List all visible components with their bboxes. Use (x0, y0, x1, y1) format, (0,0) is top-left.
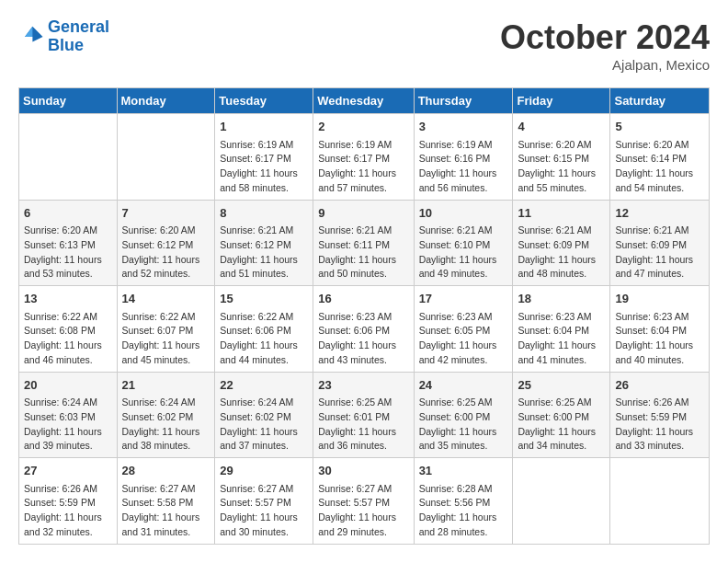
svg-marker-1 (25, 27, 32, 37)
weekday-header: Tuesday (215, 88, 313, 114)
daylight: Daylight: 11 hours and 33 minutes. (615, 426, 693, 452)
sunrise: Sunrise: 6:23 AM (518, 311, 591, 322)
daylight: Daylight: 11 hours and 29 minutes. (318, 511, 396, 537)
calendar-week-row: 27Sunrise: 6:26 AMSunset: 5:59 PMDayligh… (19, 458, 710, 545)
sunrise: Sunrise: 6:20 AM (518, 139, 591, 150)
location: Ajalpan, Mexico (500, 57, 710, 73)
daylight: Daylight: 11 hours and 45 minutes. (122, 339, 200, 365)
calendar-day-cell: 29Sunrise: 6:27 AMSunset: 5:57 PMDayligh… (215, 458, 313, 545)
sunset: Sunset: 6:03 PM (24, 411, 96, 422)
sunset: Sunset: 6:11 PM (318, 239, 390, 250)
month-title: October 2024 (500, 18, 710, 57)
day-number: 3 (419, 118, 508, 136)
day-number: 15 (220, 290, 308, 308)
daylight: Daylight: 11 hours and 30 minutes. (220, 511, 298, 537)
calendar-week-row: 13Sunrise: 6:22 AMSunset: 6:08 PMDayligh… (19, 286, 710, 373)
sunset: Sunset: 6:14 PM (615, 153, 687, 164)
sunset: Sunset: 6:13 PM (24, 239, 96, 250)
sunrise: Sunrise: 6:19 AM (220, 139, 293, 150)
sunrise: Sunrise: 6:21 AM (419, 224, 493, 236)
calendar-day-cell (117, 114, 215, 201)
day-number: 2 (318, 118, 408, 136)
day-number: 28 (122, 462, 210, 480)
sunset: Sunset: 6:17 PM (220, 153, 291, 164)
sunrise: Sunrise: 6:19 AM (318, 139, 392, 150)
sunset: Sunset: 6:10 PM (419, 239, 491, 250)
calendar-table: SundayMondayTuesdayWednesdayThursdayFrid… (18, 87, 710, 545)
daylight: Daylight: 11 hours and 42 minutes. (419, 339, 497, 365)
day-number: 4 (518, 118, 605, 136)
calendar-week-row: 20Sunrise: 6:24 AMSunset: 6:03 PMDayligh… (19, 372, 710, 458)
sunrise: Sunrise: 6:26 AM (24, 483, 97, 494)
calendar-day-cell: 14Sunrise: 6:22 AMSunset: 6:07 PMDayligh… (117, 286, 215, 373)
sunset: Sunset: 6:06 PM (220, 325, 291, 336)
title-block: October 2024 Ajalpan, Mexico (500, 18, 710, 73)
calendar-day-cell: 11Sunrise: 6:21 AMSunset: 6:09 PMDayligh… (513, 200, 610, 286)
sunrise: Sunrise: 6:23 AM (318, 311, 392, 322)
day-number: 29 (220, 462, 308, 480)
day-number: 10 (419, 204, 508, 223)
calendar-day-cell: 27Sunrise: 6:26 AMSunset: 5:59 PMDayligh… (19, 458, 118, 545)
daylight: Daylight: 11 hours and 39 minutes. (24, 426, 102, 452)
day-number: 5 (615, 118, 704, 136)
calendar-day-cell: 8Sunrise: 6:21 AMSunset: 6:12 PMDaylight… (215, 200, 313, 286)
calendar-day-cell: 6Sunrise: 6:20 AMSunset: 6:13 PMDaylight… (19, 200, 118, 286)
daylight: Daylight: 11 hours and 53 minutes. (24, 254, 102, 280)
sunset: Sunset: 6:02 PM (122, 411, 194, 422)
sunrise: Sunrise: 6:20 AM (24, 224, 97, 236)
logo-text: General Blue (48, 18, 109, 55)
daylight: Daylight: 11 hours and 41 minutes. (518, 339, 596, 365)
day-number: 9 (318, 204, 408, 223)
daylight: Daylight: 11 hours and 54 minutes. (615, 167, 693, 193)
sunrise: Sunrise: 6:21 AM (220, 224, 293, 236)
sunrise: Sunrise: 6:22 AM (220, 311, 293, 322)
sunrise: Sunrise: 6:25 AM (419, 396, 493, 408)
calendar-day-cell: 24Sunrise: 6:25 AMSunset: 6:00 PMDayligh… (414, 372, 513, 458)
daylight: Daylight: 11 hours and 47 minutes. (615, 254, 693, 280)
sunset: Sunset: 6:08 PM (24, 325, 96, 336)
calendar-day-cell (513, 458, 610, 545)
sunset: Sunset: 6:00 PM (419, 411, 491, 422)
sunrise: Sunrise: 6:26 AM (615, 396, 688, 408)
logo-icon (18, 24, 44, 50)
calendar-day-cell: 3Sunrise: 6:19 AMSunset: 6:16 PMDaylight… (414, 114, 513, 201)
weekday-header: Monday (117, 88, 215, 114)
sunset: Sunset: 6:16 PM (419, 153, 491, 164)
calendar-day-cell: 10Sunrise: 6:21 AMSunset: 6:10 PMDayligh… (414, 200, 513, 286)
calendar-day-cell: 4Sunrise: 6:20 AMSunset: 6:15 PMDaylight… (513, 114, 610, 201)
sunrise: Sunrise: 6:24 AM (122, 396, 196, 408)
day-number: 1 (220, 118, 308, 136)
daylight: Daylight: 11 hours and 57 minutes. (318, 167, 396, 193)
sunrise: Sunrise: 6:25 AM (518, 396, 591, 408)
day-number: 19 (615, 290, 704, 308)
weekday-header: Friday (513, 88, 610, 114)
calendar-day-cell: 21Sunrise: 6:24 AMSunset: 6:02 PMDayligh… (117, 372, 215, 458)
calendar-day-cell: 16Sunrise: 6:23 AMSunset: 6:06 PMDayligh… (313, 286, 414, 373)
daylight: Daylight: 11 hours and 28 minutes. (419, 511, 497, 537)
daylight: Daylight: 11 hours and 35 minutes. (419, 426, 497, 452)
daylight: Daylight: 11 hours and 58 minutes. (220, 167, 298, 193)
sunset: Sunset: 5:58 PM (122, 497, 194, 508)
weekday-header: Sunday (19, 88, 118, 114)
daylight: Daylight: 11 hours and 31 minutes. (122, 511, 200, 537)
sunrise: Sunrise: 6:24 AM (220, 396, 293, 408)
calendar-day-cell (19, 114, 118, 201)
day-number: 14 (122, 290, 210, 308)
sunset: Sunset: 5:57 PM (318, 497, 390, 508)
sunset: Sunset: 6:09 PM (518, 239, 589, 250)
sunset: Sunset: 6:00 PM (518, 411, 589, 422)
calendar-day-cell: 5Sunrise: 6:20 AMSunset: 6:14 PMDaylight… (610, 114, 710, 201)
day-number: 17 (419, 290, 508, 308)
sunrise: Sunrise: 6:21 AM (615, 224, 688, 236)
calendar-day-cell: 15Sunrise: 6:22 AMSunset: 6:06 PMDayligh… (215, 286, 313, 373)
sunset: Sunset: 5:59 PM (24, 497, 96, 508)
sunrise: Sunrise: 6:24 AM (24, 396, 97, 408)
sunset: Sunset: 6:15 PM (518, 153, 589, 164)
calendar-day-cell: 25Sunrise: 6:25 AMSunset: 6:00 PMDayligh… (513, 372, 610, 458)
sunset: Sunset: 6:12 PM (122, 239, 194, 250)
calendar-day-cell: 12Sunrise: 6:21 AMSunset: 6:09 PMDayligh… (610, 200, 710, 286)
sunrise: Sunrise: 6:23 AM (419, 311, 493, 322)
weekday-header: Wednesday (313, 88, 414, 114)
calendar-day-cell: 30Sunrise: 6:27 AMSunset: 5:57 PMDayligh… (313, 458, 414, 545)
sunset: Sunset: 5:59 PM (615, 411, 687, 422)
